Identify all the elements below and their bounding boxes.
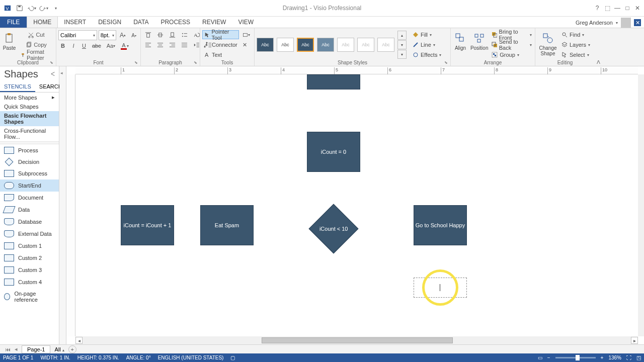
style-swatch-6[interactable]: Abc xyxy=(357,38,374,52)
undo-icon[interactable]: ▾ xyxy=(27,4,36,13)
shape-process[interactable]: Process xyxy=(0,144,59,156)
presentation-mode-icon[interactable]: ▭ xyxy=(538,355,542,360)
shape-data[interactable]: Data xyxy=(0,204,59,216)
delete-connector-icon[interactable]: ✕ xyxy=(240,40,250,49)
style-swatch-3[interactable]: Abc xyxy=(297,38,314,52)
save-icon[interactable] xyxy=(15,4,24,13)
page-nav-prev-icon[interactable]: ◂ xyxy=(15,346,18,352)
canvas-shape-school[interactable]: Go to School Happy xyxy=(414,205,467,245)
underline-icon[interactable]: U xyxy=(79,41,89,50)
zoom-out-icon[interactable]: − xyxy=(547,355,550,360)
format-painter-button[interactable]: Format Painter xyxy=(19,50,54,59)
align-bottom-icon[interactable] xyxy=(167,30,178,39)
align-left-icon[interactable] xyxy=(143,40,153,49)
avatar[interactable] xyxy=(621,18,631,28)
styles-scroll-down-icon[interactable]: ▾ xyxy=(397,40,407,49)
status-language[interactable]: ENGLISH (UNITED STATES) xyxy=(158,355,224,360)
rectangle-tool-icon[interactable]: ▾ xyxy=(240,30,252,39)
vertical-scrollbar[interactable] xyxy=(638,74,644,336)
quick-shapes-item[interactable]: Quick Shapes xyxy=(0,102,59,111)
stencil-basic-flowchart[interactable]: Basic Flowchart Shapes xyxy=(0,111,59,126)
more-shapes-item[interactable]: More Shapes▸ xyxy=(0,93,59,102)
send-to-back-button[interactable]: Send to Back▾ xyxy=(491,40,533,49)
shape-custom-2[interactable]: Custom 2 xyxy=(0,252,59,264)
change-shape-button[interactable]: Change Shape xyxy=(537,30,558,56)
connector-tool-button[interactable]: Connector xyxy=(202,40,239,49)
select-button[interactable]: Select▾ xyxy=(560,50,591,59)
style-swatch-5[interactable]: Abc xyxy=(337,38,354,52)
shape-custom-4[interactable]: Custom 4 xyxy=(0,276,59,288)
layers-button[interactable]: Layers▾ xyxy=(560,40,591,49)
collapse-pane-icon[interactable]: ᐸ xyxy=(51,71,55,77)
position-button[interactable]: Position xyxy=(470,30,489,51)
user-menu-caret[interactable]: ▾ xyxy=(616,21,618,25)
tab-view[interactable]: VIEW xyxy=(232,17,260,28)
stencil-cross-functional[interactable]: Cross-Functional Flow... xyxy=(0,126,59,141)
cut-button[interactable]: Cut xyxy=(19,30,54,39)
hscroll-left-icon[interactable]: ◂ xyxy=(75,337,83,344)
font-size-combo[interactable]: 8pt.▾ xyxy=(99,30,116,40)
canvas-shape-top[interactable] xyxy=(307,74,360,89)
maximize-icon[interactable]: □ xyxy=(623,4,632,13)
tab-data[interactable]: DATA xyxy=(127,17,154,28)
paragraph-launcher-icon[interactable]: ⬊ xyxy=(194,60,199,65)
change-case-icon[interactable]: Aa▾ xyxy=(105,41,117,50)
shrink-font-icon[interactable]: A▾ xyxy=(129,31,138,40)
italic-icon[interactable]: I xyxy=(69,41,78,50)
shape-subprocess[interactable]: Subprocess xyxy=(0,167,59,179)
line-button[interactable]: Line▾ xyxy=(412,40,442,49)
tab-stencils[interactable]: STENCILS xyxy=(0,82,35,92)
hscroll-thumb[interactable] xyxy=(262,337,453,343)
pointer-tool-button[interactable]: Pointer Tool xyxy=(202,30,239,39)
status-page[interactable]: PAGE 1 OF 1 xyxy=(3,355,33,360)
tab-review[interactable]: REVIEW xyxy=(196,17,232,28)
style-swatch-2[interactable]: Abc xyxy=(277,38,294,52)
group-button[interactable]: Group▾ xyxy=(491,50,533,59)
tab-home[interactable]: HOME xyxy=(27,16,58,28)
zoom-level[interactable]: 136% xyxy=(608,355,621,360)
qat-customize-icon[interactable]: ▾ xyxy=(51,4,60,13)
minimize-icon[interactable]: — xyxy=(613,4,622,13)
zoom-slider[interactable] xyxy=(555,357,596,358)
canvas-shape-eat[interactable]: Eat Spam xyxy=(200,205,254,245)
shape-on-page-ref[interactable]: On-page reference xyxy=(0,288,59,305)
canvas-shape-increment[interactable]: iCount = iCount + 1 xyxy=(121,205,174,245)
shape-external-data[interactable]: External Data xyxy=(0,228,59,240)
guide-chevron-icon[interactable]: ◂ xyxy=(60,70,63,75)
close-document-icon[interactable]: ✕ xyxy=(634,19,641,26)
tab-process[interactable]: PROCESS xyxy=(154,17,196,28)
tab-design[interactable]: DESIGN xyxy=(92,17,127,28)
shape-start-end[interactable]: Start/End xyxy=(0,179,59,192)
paste-button[interactable]: Paste xyxy=(2,30,17,51)
canvas-shape-init[interactable]: iCount = 0 xyxy=(307,132,360,172)
style-swatch-4[interactable]: Abc xyxy=(317,38,334,52)
shape-decision[interactable]: Decision xyxy=(0,156,59,167)
font-family-combo[interactable]: Calibri▾ xyxy=(58,30,97,40)
styles-scroll-up-icon[interactable]: ▴ xyxy=(397,31,407,40)
align-right-icon[interactable] xyxy=(167,40,178,49)
ribbon-options-icon[interactable]: ⬚ xyxy=(603,4,612,13)
grow-font-icon[interactable]: A▴ xyxy=(118,31,128,40)
tab-insert[interactable]: INSERT xyxy=(58,17,92,28)
horizontal-ruler[interactable]: 1 2 3 4 5 6 7 8 9 10 xyxy=(75,66,638,74)
clipboard-launcher-icon[interactable]: ⬊ xyxy=(50,60,55,65)
font-color-icon[interactable]: A▾ xyxy=(119,41,130,50)
drawing-canvas[interactable]: iCount = 0 iCount = iCount + 1 Eat Spam … xyxy=(75,74,638,336)
align-top-icon[interactable] xyxy=(143,30,153,39)
shape-database[interactable]: Database xyxy=(0,216,59,228)
help-icon[interactable]: ? xyxy=(593,4,602,13)
user-name[interactable]: Greg Anderson xyxy=(576,20,613,26)
fill-button[interactable]: Fill▾ xyxy=(412,30,442,39)
effects-button[interactable]: Effects▾ xyxy=(412,50,442,59)
align-center-icon[interactable] xyxy=(155,40,166,49)
close-icon[interactable]: ✕ xyxy=(633,4,642,13)
vertical-ruler[interactable] xyxy=(66,74,75,336)
text-tool-button[interactable]: AText xyxy=(202,50,252,59)
find-button[interactable]: Find▾ xyxy=(560,30,591,39)
shape-custom-3[interactable]: Custom 3 xyxy=(0,264,59,276)
style-swatch-1[interactable]: Abc xyxy=(257,38,274,52)
file-tab[interactable]: FILE xyxy=(0,17,27,28)
bring-to-front-button[interactable]: Bring to Front▾ xyxy=(491,30,533,39)
fit-page-icon[interactable]: ⛶ xyxy=(626,355,631,360)
collapse-ribbon-icon[interactable]: ᐱ xyxy=(597,59,600,65)
